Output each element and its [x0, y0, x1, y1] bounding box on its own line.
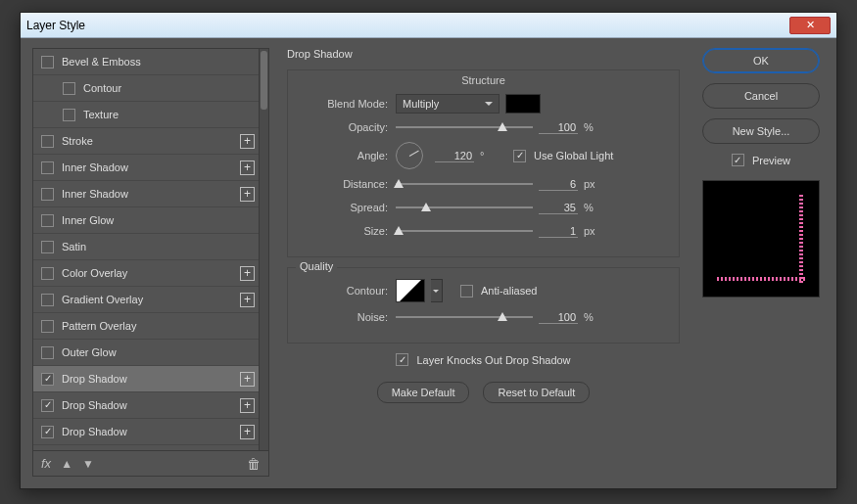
add-effect-icon[interactable]: +: [240, 425, 255, 439]
effect-row[interactable]: Pattern Overlay: [33, 313, 268, 340]
effect-checkbox[interactable]: [63, 109, 75, 121]
effect-checkbox[interactable]: [41, 320, 54, 333]
size-slider[interactable]: [396, 224, 533, 238]
anti-aliased-checkbox[interactable]: [460, 285, 473, 298]
add-effect-icon[interactable]: +: [240, 266, 255, 281]
add-effect-icon[interactable]: +: [240, 372, 255, 387]
new-style-button[interactable]: New Style...: [702, 118, 820, 144]
distance-slider[interactable]: [396, 177, 533, 191]
distance-value[interactable]: 6: [539, 178, 578, 191]
fx-menu[interactable]: fx: [41, 456, 51, 471]
effects-scrollbar[interactable]: [259, 49, 268, 450]
noise-value[interactable]: 100: [539, 311, 578, 324]
effect-row[interactable]: Inner Glow: [33, 207, 268, 234]
effect-row[interactable]: Color Overlay+: [33, 260, 268, 287]
noise-slider[interactable]: [396, 310, 533, 324]
spread-value[interactable]: 35: [539, 202, 578, 214]
effect-row[interactable]: Satin: [33, 234, 268, 260]
use-global-light-checkbox[interactable]: [513, 150, 526, 162]
spread-slider[interactable]: [396, 201, 533, 214]
effect-checkbox[interactable]: [41, 346, 54, 359]
add-effect-icon[interactable]: +: [240, 160, 255, 175]
settings-panel: Drop Shadow Structure Blend Mode: Multip…: [287, 48, 680, 477]
effect-checkbox[interactable]: [41, 267, 54, 280]
distance-unit: px: [584, 178, 603, 190]
make-default-button[interactable]: Make Default: [377, 382, 470, 403]
effect-row[interactable]: Drop Shadow+: [33, 419, 268, 445]
reset-default-button[interactable]: Reset to Default: [483, 382, 590, 403]
add-effect-icon[interactable]: +: [240, 293, 255, 307]
effect-label: Stroke: [62, 135, 93, 147]
spread-unit: %: [584, 202, 603, 213]
effects-footer: fx ▲ ▼ 🗑: [32, 451, 269, 477]
effect-label: Gradient Overlay: [62, 294, 143, 305]
structure-heading: Structure: [302, 74, 665, 86]
effect-checkbox[interactable]: [63, 82, 75, 95]
effect-checkbox[interactable]: [41, 426, 54, 438]
effect-row[interactable]: Texture: [33, 102, 268, 128]
add-effect-icon[interactable]: +: [240, 398, 255, 413]
layer-knocks-out-label: Layer Knocks Out Drop Shadow: [416, 354, 570, 366]
layer-knocks-out-checkbox[interactable]: [396, 353, 408, 366]
effect-checkbox[interactable]: [41, 373, 54, 386]
preview-label: Preview: [752, 155, 790, 166]
close-button[interactable]: ✕: [789, 17, 831, 34]
opacity-label: Opacity:: [302, 121, 396, 133]
effect-label: Color Overlay: [62, 267, 127, 279]
contour-dropdown[interactable]: [431, 279, 443, 302]
size-value[interactable]: 1: [539, 225, 578, 238]
effect-checkbox[interactable]: [41, 56, 54, 69]
size-unit: px: [584, 225, 603, 237]
add-effect-icon[interactable]: +: [240, 134, 255, 149]
effect-title: Drop Shadow: [287, 48, 680, 60]
effect-label: Contour: [83, 82, 121, 94]
distance-label: Distance:: [302, 178, 396, 190]
add-effect-icon[interactable]: +: [240, 187, 255, 202]
effects-panel: Bevel & EmbossContourTextureStroke+Inner…: [32, 48, 269, 477]
effect-checkbox[interactable]: [41, 135, 54, 148]
blend-mode-label: Blend Mode:: [302, 98, 396, 110]
shadow-color-swatch[interactable]: [505, 94, 541, 114]
effect-checkbox[interactable]: [41, 161, 54, 174]
effect-label: Bevel & Emboss: [62, 56, 141, 68]
effect-checkbox[interactable]: [41, 399, 54, 412]
effect-row[interactable]: Outer Glow: [33, 340, 268, 366]
effect-row[interactable]: Drop Shadow+: [33, 392, 268, 419]
effect-row[interactable]: Bevel & Emboss: [33, 49, 268, 75]
effect-checkbox[interactable]: [41, 214, 54, 227]
ok-button[interactable]: OK: [702, 48, 820, 73]
angle-unit: °: [480, 150, 500, 161]
scrollbar-thumb[interactable]: [261, 51, 267, 110]
effect-row[interactable]: Drop Shadow+: [33, 366, 268, 392]
contour-thumbnail[interactable]: [396, 279, 425, 302]
angle-dial[interactable]: [396, 142, 423, 169]
move-up-icon[interactable]: ▲: [61, 457, 72, 471]
effect-label: Drop Shadow: [62, 426, 127, 437]
effect-row[interactable]: Inner Shadow+: [33, 181, 268, 207]
blend-mode-select[interactable]: Multiply: [396, 94, 500, 114]
opacity-slider[interactable]: [396, 120, 533, 134]
cancel-button[interactable]: Cancel: [702, 83, 820, 109]
noise-unit: %: [584, 311, 603, 323]
window-title: Layer Style: [26, 19, 85, 32]
preview-checkbox[interactable]: [732, 154, 744, 166]
trash-icon[interactable]: 🗑: [247, 456, 261, 472]
angle-value[interactable]: 120: [435, 150, 474, 162]
use-global-light-label: Use Global Light: [534, 150, 613, 161]
effect-label: Drop Shadow: [62, 373, 127, 385]
effects-list: Bevel & EmbossContourTextureStroke+Inner…: [32, 48, 269, 451]
noise-label: Noise:: [302, 311, 396, 323]
move-down-icon[interactable]: ▼: [82, 457, 94, 471]
effect-label: Inner Glow: [62, 214, 114, 226]
preview-thumbnail: [702, 180, 820, 298]
effect-row[interactable]: Contour: [33, 75, 268, 102]
effect-checkbox[interactable]: [41, 188, 54, 201]
effect-row[interactable]: Stroke+: [33, 128, 268, 155]
effect-checkbox[interactable]: [41, 294, 54, 306]
effect-row[interactable]: Inner Shadow+: [33, 155, 268, 181]
opacity-value[interactable]: 100: [539, 121, 578, 134]
effect-row[interactable]: Gradient Overlay+: [33, 287, 268, 313]
effect-checkbox[interactable]: [41, 241, 54, 253]
opacity-unit: %: [584, 121, 603, 133]
titlebar[interactable]: Layer Style ✕: [21, 13, 836, 38]
